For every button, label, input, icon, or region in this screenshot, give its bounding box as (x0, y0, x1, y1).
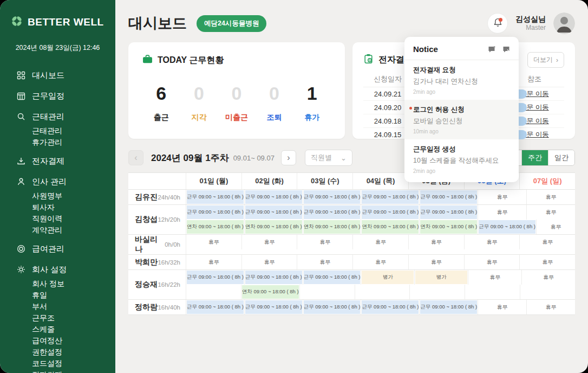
schedule-cell-off[interactable]: 휴무 (478, 190, 527, 204)
app-window: BETTER WELL 2024년 08월 23일(금) 12:46 대시보드 … (0, 0, 588, 373)
sidebar-subitem-company-settings-7[interactable]: 코드설정 (32, 358, 115, 369)
sidebar-subitem-company-settings-3[interactable]: 근무조 (32, 312, 115, 324)
schedule-cell-off[interactable]: 휴무 (478, 300, 527, 314)
schedule-cell-work[interactable]: 근무 09:00 ~ 18:00 ( 8h ) (245, 270, 303, 285)
schedule-cell-annual[interactable]: 연차 09:00 ~ 18:00 ( 8h ) (186, 220, 245, 234)
schedule-cell-work[interactable]: 근무 09:00 ~ 18:00 ( 8h ) (186, 205, 245, 220)
sidebar-subitem-attendance-0[interactable]: 근태관리 (32, 125, 115, 137)
schedule-cell-work[interactable]: 근무 09:00 ~ 18:00 ( 8h ) (303, 190, 362, 204)
notice-item[interactable]: 로그인 허용 신청 모바일 승인신청 10min ago (404, 100, 519, 139)
notice-item[interactable]: 근무일정 생성 10월 스케줄을 작성해주세요 2min ago (404, 139, 519, 179)
schedule-cell-off[interactable]: 휴무 (478, 205, 527, 220)
schedule-cell-empty[interactable] (465, 285, 520, 299)
employee-filter-select[interactable]: 직원별 ⌄ (305, 150, 352, 166)
schedule-cell-empty[interactable] (410, 285, 465, 299)
schedule-cell-off[interactable]: 휴무 (520, 255, 575, 269)
schedule-cell-off[interactable]: 휴무 (527, 300, 575, 314)
notice-item[interactable]: 전자결재 요청 김가나 대리 연차신청 2min ago (404, 60, 519, 100)
today-title: TODAY 근무현황 (158, 55, 224, 66)
sidebar-item-e-approval[interactable]: 전자결제 (16, 155, 115, 168)
sidebar-item-work-schedule[interactable]: 근무일정 (16, 89, 115, 102)
schedule-cell-off[interactable]: 휴무 (353, 255, 409, 269)
sidebar-subitem-company-settings-8[interactable]: 전자결제 (32, 369, 115, 373)
schedule-cell-work[interactable]: 근무 09:00 ~ 18:00 ( 8h ) (186, 270, 245, 285)
sidebar-subitem-attendance-1[interactable]: 휴가관리 (32, 137, 115, 148)
schedule-cell-empty[interactable] (355, 285, 410, 299)
schedule-cell-off[interactable]: 휴무 (520, 235, 575, 249)
schedule-cell-work[interactable]: 근무 09:00 ~ 18:00 ( 8h ) (245, 190, 303, 204)
schedule-cell-off[interactable]: 휴무 (186, 255, 242, 269)
schedule-cell-annual[interactable]: 연차 09:00 ~ 18:00 ( 8h ) (303, 220, 362, 234)
sidebar-subitem-company-settings-6[interactable]: 권한설정 (32, 346, 115, 358)
schedule-cell-work[interactable]: 근무 09:00 ~ 18:00 ( 8h ) (420, 300, 478, 314)
schedule-cell-off[interactable]: 휴무 (468, 270, 522, 285)
schedule-cell-off[interactable]: 휴무 (409, 255, 465, 269)
sidebar-item-hr[interactable]: 인사 관리 (16, 175, 115, 188)
schedule-cell-work[interactable]: 근무 09:00 ~ 18:00 ( 8h ) (478, 220, 537, 234)
schedule-cell-work[interactable]: 근무 09:00 ~ 18:00 ( 8h ) (361, 300, 420, 314)
schedule-cell-sick[interactable]: 병가 (361, 270, 415, 285)
schedule-cell-off[interactable]: 휴무 (527, 190, 575, 204)
more-button[interactable]: 더보기 › (527, 52, 564, 68)
schedule-cell-off[interactable]: 휴무 (353, 235, 409, 249)
schedule-cell-annual[interactable]: 연차 09:00 ~ 18:00 ( 8h ) (245, 220, 303, 234)
schedule-cell-off[interactable]: 휴무 (537, 220, 575, 234)
schedule-cell-empty[interactable] (520, 285, 575, 299)
prev-week-button[interactable]: ‹ (128, 150, 143, 165)
schedule-cell-work[interactable]: 근무 09:00 ~ 18:00 ( 8h ) (245, 205, 303, 220)
sidebar-subitem-hr-2[interactable]: 직원이력 (32, 213, 115, 224)
view-week-button[interactable]: 주간 (521, 150, 548, 165)
schedule-cell-empty[interactable] (186, 285, 241, 299)
page-title: 대시보드 (128, 14, 187, 33)
sidebar-subitem-hr-0[interactable]: 사원명부 (32, 190, 115, 202)
schedule-cell-off[interactable]: 휴무 (465, 255, 520, 269)
table-row: 정하람 16h/40h 근무 09:00 ~ 18:00 ( 8h )근무 09… (128, 300, 575, 315)
schedule-cell-off[interactable]: 휴무 (522, 270, 575, 285)
sidebar-subitem-hr-3[interactable]: 계약관리 (32, 224, 115, 236)
schedule-cell-off[interactable]: 휴무 (186, 235, 242, 249)
sidebar-subitem-hr-1[interactable]: 퇴사자 (32, 202, 115, 213)
schedule-cell-off[interactable]: 휴무 (297, 235, 353, 249)
schedule-cell-work[interactable]: 근무 09:00 ~ 18:00 ( 8h ) (361, 190, 420, 204)
notification-button[interactable] (487, 13, 508, 34)
briefcase-icon (142, 54, 153, 67)
sidebar-item-dashboard[interactable]: 대시보드 (16, 69, 115, 82)
schedule-cell-work[interactable]: 근무 09:00 ~ 18:00 ( 8h ) (303, 270, 362, 285)
schedule-cell-annual[interactable]: 연차 09:00 ~ 18:00 ( 8h ) (420, 220, 478, 234)
schedule-cell-work[interactable]: 근무 09:00 ~ 18:00 ( 8h ) (245, 300, 303, 314)
sidebar-subitem-company-settings-4[interactable]: 스케줄 (32, 324, 115, 335)
schedule-cell-off[interactable]: 휴무 (242, 235, 298, 249)
sidebar-item-company-settings[interactable]: 회사 설정 (16, 263, 115, 276)
schedule-cell-work[interactable]: 근무 09:00 ~ 18:00 ( 8h ) (303, 300, 362, 314)
avatar[interactable] (553, 12, 575, 34)
view-day-button[interactable]: 일간 (548, 150, 574, 165)
notice-popup: Notice 전자결재 요청 김가나 대리 연차신청 2min ago 로그인 … (404, 37, 519, 182)
schedule-cell-off[interactable]: 휴무 (465, 235, 520, 249)
schedule-cell-work[interactable]: 근무 09:00 ~ 18:00 ( 8h ) (361, 205, 420, 220)
next-week-button[interactable]: › (281, 150, 296, 165)
brand-name: BETTER WELL (28, 16, 104, 28)
schedule-cell-work[interactable]: 근무 09:00 ~ 18:00 ( 8h ) (420, 190, 478, 204)
schedule-cell-work[interactable]: 근무 09:00 ~ 18:00 ( 8h ) (420, 205, 478, 220)
sidebar-subitem-company-settings-0[interactable]: 회사 정보 (32, 278, 115, 290)
schedule-cell-work[interactable]: 근무 09:00 ~ 18:00 ( 8h ) (186, 300, 245, 314)
sidebar-subitem-company-settings-2[interactable]: 부서 (32, 301, 115, 312)
schedule-cell-sick[interactable]: 병가 (415, 270, 468, 285)
schedule-cell-empty[interactable] (300, 285, 355, 299)
sidebar-subitem-company-settings-5[interactable]: 급여정산 (32, 335, 115, 346)
sidebar-item-payroll[interactable]: 급여관리 (16, 242, 115, 255)
message-icon[interactable] (488, 46, 495, 53)
sidebar-item-attendance[interactable]: 근태관리 (16, 110, 115, 123)
message-settings-icon[interactable] (502, 46, 510, 53)
schedule-cell-off[interactable]: 휴무 (527, 205, 575, 220)
schedule-cell-work[interactable]: 근무 09:00 ~ 18:00 ( 8h ) (186, 190, 245, 204)
schedule-cell-annual[interactable]: 연차 09:00 ~ 18:00 ( 8h ) (241, 285, 300, 299)
schedule-cell-off[interactable]: 휴무 (409, 235, 465, 249)
schedule-cell-annual[interactable]: 연차 09:00 ~ 18:00 ( 8h ) (361, 220, 420, 234)
schedule-cell-off[interactable]: 휴무 (297, 255, 353, 269)
unread-dot (409, 107, 412, 110)
schedule-cell-off[interactable]: 휴무 (242, 255, 298, 269)
schedule-cell-work[interactable]: 근무 09:00 ~ 18:00 ( 8h ) (303, 205, 362, 220)
sidebar-subitem-company-settings-1[interactable]: 휴일 (32, 290, 115, 301)
employee-cell: 김창섭 12h/20h (128, 205, 186, 234)
